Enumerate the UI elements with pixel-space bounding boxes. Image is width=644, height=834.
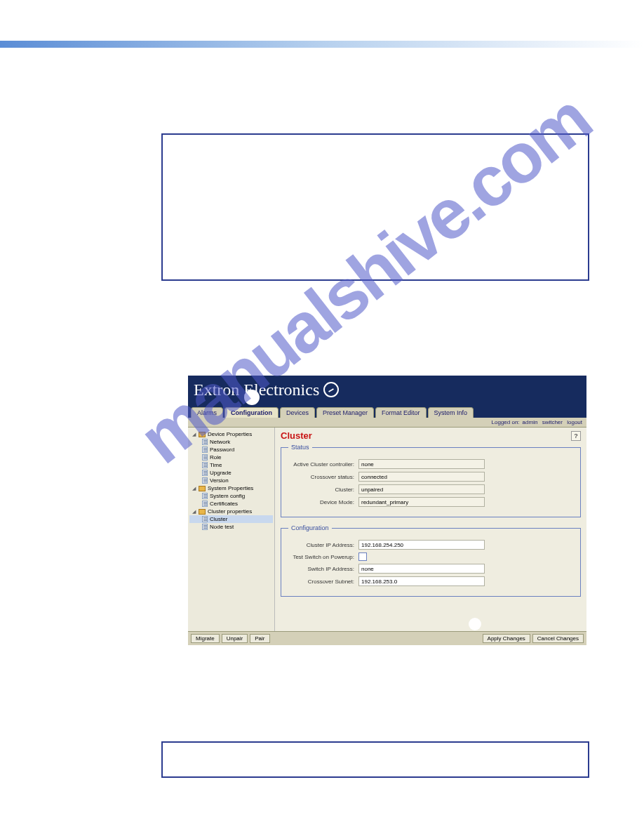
brand-text-1: Extron xyxy=(194,380,239,399)
tree-label: Node test xyxy=(210,524,234,530)
apply-changes-button[interactable]: Apply Changes xyxy=(483,634,530,643)
callout-bubble-2 xyxy=(469,618,481,630)
logged-user: admin xyxy=(523,419,538,425)
folder-icon xyxy=(199,509,206,515)
notes-box xyxy=(161,133,589,281)
doc-icon xyxy=(202,446,208,453)
doc-icon xyxy=(202,493,208,499)
tab-alarms[interactable]: Alarms xyxy=(191,407,223,418)
sidebar: ◢ Device Properties Network Password Rol… xyxy=(188,428,275,631)
unpair-button[interactable]: Unpair xyxy=(222,634,248,643)
tree-item-certificates[interactable]: Certificates xyxy=(189,500,273,508)
field-value: connected xyxy=(358,472,485,482)
doc-icon xyxy=(202,462,208,468)
tree-label: System Properties xyxy=(208,485,253,491)
config-row-test-switch: Test Switch on Powerup: xyxy=(288,552,573,561)
tab-preset-manager[interactable]: Preset Manager xyxy=(316,407,374,418)
doc-icon xyxy=(202,524,208,530)
tree-label: Device Properties xyxy=(208,431,252,437)
note-box-bottom xyxy=(161,741,589,778)
caret-icon: ◢ xyxy=(192,509,197,514)
field-value: none xyxy=(358,459,485,469)
field-label: Cluster: xyxy=(288,486,358,493)
content-area: Cluster ? Status Active Cluster controll… xyxy=(275,428,586,631)
button-bar: Migrate Unpair Pair Apply Changes Cancel… xyxy=(188,631,586,645)
field-label: Crossover Subnet: xyxy=(288,578,358,585)
tree-item-network[interactable]: Network xyxy=(189,438,273,446)
field-label: Cluster IP Address: xyxy=(288,542,358,548)
page-title: Cluster xyxy=(281,430,312,441)
status-row-cluster: Cluster: unpaired xyxy=(288,484,573,494)
tree-item-time[interactable]: Time xyxy=(189,461,273,469)
switch-ip-input[interactable]: none xyxy=(358,564,485,574)
tab-devices[interactable]: Devices xyxy=(280,407,315,418)
link-logout[interactable]: logout xyxy=(567,419,582,425)
tree-label: Role xyxy=(210,454,221,461)
body-area: ◢ Device Properties Network Password Rol… xyxy=(188,428,586,631)
tree-label: Cluster xyxy=(210,516,227,522)
tree-folder-cluster-properties[interactable]: ◢ Cluster properties xyxy=(189,508,273,515)
crossover-subnet-input[interactable]: 192.168.253.0 xyxy=(358,576,485,586)
cancel-changes-button[interactable]: Cancel Changes xyxy=(532,634,584,643)
field-label: Device Mode: xyxy=(288,499,358,505)
callout-bubble-1 xyxy=(244,390,260,405)
caret-icon: ◢ xyxy=(192,486,197,491)
test-switch-checkbox[interactable] xyxy=(358,552,367,561)
pair-button[interactable]: Pair xyxy=(250,634,269,643)
help-icon[interactable]: ? xyxy=(571,431,581,441)
top-status-bar: Logged on:admin switcher logout xyxy=(188,418,586,428)
field-label: Active Cluster controller: xyxy=(288,461,358,468)
tree-label: Cluster properties xyxy=(208,508,252,515)
status-fieldset: Status Active Cluster controller: none C… xyxy=(281,444,581,517)
logged-on-label: Logged on: xyxy=(492,419,520,425)
brand-icon xyxy=(323,382,339,397)
field-label: Switch IP Address: xyxy=(288,566,358,572)
doc-icon xyxy=(202,501,208,507)
tree-label: Password xyxy=(210,446,234,453)
tree-item-system-config[interactable]: System config xyxy=(189,492,273,500)
tree-folder-system-properties[interactable]: ◢ System Properties xyxy=(189,484,273,492)
caret-icon: ◢ xyxy=(192,432,197,437)
doc-icon xyxy=(202,454,208,461)
folder-icon xyxy=(199,486,206,491)
doc-icon xyxy=(202,439,208,445)
tree-item-password[interactable]: Password xyxy=(189,446,273,454)
tree-label: System config xyxy=(210,493,245,499)
tree-item-upgrade[interactable]: Upgrade xyxy=(189,469,273,477)
page-title-row: Cluster ? xyxy=(281,430,581,441)
tree-label: Upgrade xyxy=(210,470,232,476)
doc-icon xyxy=(202,516,208,522)
status-legend: Status xyxy=(288,444,312,451)
tree-item-cluster[interactable]: Cluster xyxy=(189,515,273,523)
tree-item-role[interactable]: Role xyxy=(189,454,273,461)
tab-configuration[interactable]: Configuration xyxy=(224,407,279,418)
tree-label: Certificates xyxy=(210,501,238,507)
tab-system-info[interactable]: System Info xyxy=(428,407,474,418)
tree-folder-device-properties[interactable]: ◢ Device Properties xyxy=(189,430,273,438)
status-row-device-mode: Device Mode: redundant_primary xyxy=(288,497,573,507)
config-row-crossover-subnet: Crossover Subnet: 192.168.253.0 xyxy=(288,576,573,586)
tree-item-node-test[interactable]: Node test xyxy=(189,523,273,531)
tree-label: Time xyxy=(210,462,222,468)
tree-item-version[interactable]: Version xyxy=(189,477,273,484)
app-window: Extron Electronics Alarms Configuration … xyxy=(188,376,586,645)
field-label: Crossover status: xyxy=(288,474,358,480)
doc-icon xyxy=(202,470,208,476)
brand-logo: Extron Electronics xyxy=(194,380,339,399)
link-switcher[interactable]: switcher xyxy=(542,419,563,425)
field-value: redundant_primary xyxy=(358,497,485,507)
config-row-cluster-ip: Cluster IP Address: 192.168.254.250 xyxy=(288,540,573,550)
migrate-button[interactable]: Migrate xyxy=(191,634,220,643)
field-value: unpaired xyxy=(358,484,485,494)
config-fieldset: Configuration Cluster IP Address: 192.16… xyxy=(281,524,581,597)
config-row-switch-ip: Switch IP Address: none xyxy=(288,564,573,574)
config-legend: Configuration xyxy=(288,524,332,531)
cluster-ip-input[interactable]: 192.168.254.250 xyxy=(358,540,485,550)
tree-label: Version xyxy=(210,477,229,484)
tab-format-editor[interactable]: Format Editor xyxy=(375,407,427,418)
page-header-bar xyxy=(0,41,644,48)
field-label: Test Switch on Powerup: xyxy=(288,554,358,560)
tab-bar: Alarms Configuration Devices Preset Mana… xyxy=(188,404,586,418)
folder-icon xyxy=(199,432,206,437)
status-row-crossover-status: Crossover status: connected xyxy=(288,472,573,482)
